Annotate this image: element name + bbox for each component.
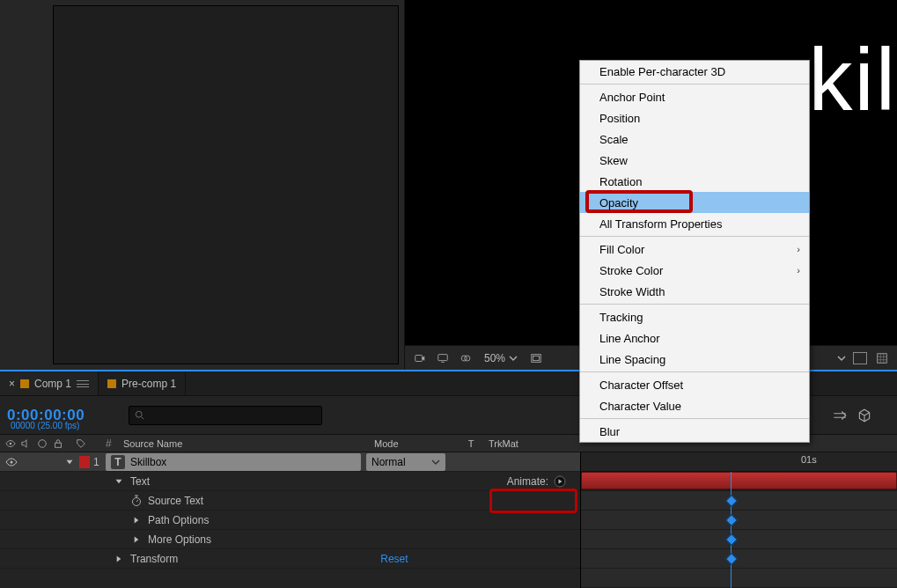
time-ruler[interactable]: 01s — [581, 452, 897, 472]
menu-item-anchor-point[interactable]: Anchor Point — [580, 86, 809, 107]
svg-point-11 — [11, 460, 13, 463]
group-label: Path Options — [148, 514, 209, 526]
menu-item-fill-color[interactable]: Fill Color› — [580, 239, 809, 260]
menu-separator — [580, 371, 809, 372]
blend-mode-dropdown[interactable]: Normal — [366, 453, 445, 471]
composition-text-layer: kil — [809, 35, 897, 123]
speaker-icon[interactable] — [21, 438, 32, 449]
layer-row[interactable]: 1 T Skillbox Normal — [0, 452, 580, 472]
menu-item-skew[interactable]: Skew — [580, 150, 809, 171]
col-t[interactable]: T — [453, 438, 489, 449]
menu-separator — [580, 84, 809, 85]
resolution-icon[interactable] — [528, 351, 544, 365]
menu-item-line-anchor[interactable]: Line Anchor — [580, 327, 809, 349]
monitor-icon[interactable] — [435, 351, 451, 365]
menu-item-scale[interactable]: Scale — [580, 129, 809, 150]
menu-item-position[interactable]: Position — [580, 107, 809, 129]
chevron-down-icon — [509, 354, 518, 363]
play-circle-icon — [554, 475, 566, 488]
menu-item-opacity[interactable]: Opacity — [580, 192, 809, 213]
timeline-search[interactable] — [129, 406, 322, 425]
svg-rect-0 — [415, 355, 423, 361]
reset-link[interactable]: Reset — [380, 553, 408, 565]
svg-rect-5 — [533, 356, 540, 360]
layer-duration-bar[interactable] — [581, 472, 897, 489]
tag-icon[interactable] — [76, 438, 86, 449]
layer-color-chip[interactable] — [79, 456, 90, 468]
menu-item-character-offset[interactable]: Character Offset — [580, 374, 809, 395]
search-icon — [135, 410, 145, 421]
group-transform[interactable]: Transform Reset — [0, 549, 580, 569]
menu-separator — [580, 304, 809, 305]
layer-outline: 1 T Skillbox Normal Text Animate: — [0, 452, 581, 588]
prop-source-text[interactable]: Source Text — [0, 491, 580, 511]
menu-item-blur[interactable]: Blur — [580, 421, 809, 442]
submenu-arrow-icon: › — [797, 244, 800, 254]
menu-item-rotation[interactable]: Rotation — [580, 171, 809, 192]
cube-icon[interactable] — [857, 408, 872, 423]
viewer-text-fragment: kil — [809, 35, 897, 123]
tab-label: Comp 1 — [34, 378, 71, 390]
twirl-closed-icon[interactable] — [113, 553, 125, 565]
close-icon[interactable]: × — [9, 378, 15, 390]
chevron-down-icon — [431, 458, 440, 467]
lock-icon[interactable] — [53, 438, 63, 449]
col-mode[interactable]: Mode — [374, 438, 453, 449]
svg-point-8 — [10, 442, 12, 445]
col-source-name[interactable]: Source Name — [123, 438, 374, 449]
menu-item-tracking[interactable]: Tracking — [580, 306, 809, 327]
menu-item-all-transform-properties[interactable]: All Transform Properties — [580, 213, 809, 234]
eye-icon[interactable] — [5, 438, 16, 449]
ruler-tick: 01s — [801, 454, 817, 465]
timeline-tracks[interactable]: 01s — [581, 452, 897, 588]
svg-point-9 — [39, 439, 47, 447]
group-text[interactable]: Text Animate: — [0, 472, 580, 491]
camera-icon[interactable] — [412, 351, 428, 365]
group-more-options[interactable]: More Options — [0, 530, 580, 549]
col-trkmat[interactable]: TrkMat — [489, 438, 559, 449]
menu-item-stroke-width[interactable]: Stroke Width — [580, 281, 809, 302]
twirl-closed-icon[interactable] — [130, 514, 143, 526]
menu-item-line-spacing[interactable]: Line Spacing — [580, 349, 809, 370]
eye-icon[interactable] — [5, 456, 18, 468]
twirl-open-icon[interactable] — [113, 475, 125, 488]
layer-index: 1 — [93, 456, 106, 468]
comp-color-chip — [20, 379, 29, 388]
shy-icon[interactable] — [832, 408, 848, 423]
animate-button[interactable]: Animate: — [507, 475, 566, 488]
svg-rect-1 — [438, 354, 448, 360]
menu-separator — [580, 418, 809, 419]
search-input[interactable] — [151, 409, 316, 422]
menu-item-character-value[interactable]: Character Value — [580, 395, 809, 416]
group-label: Transform — [130, 553, 178, 565]
animate-label: Animate: — [507, 475, 548, 488]
mask-icon[interactable] — [458, 351, 474, 365]
group-path-options[interactable]: Path Options — [0, 511, 580, 530]
tab-label: Pre-comp 1 — [121, 378, 176, 390]
menu-item-enable-per-character-3d[interactable]: Enable Per-character 3D — [580, 61, 809, 82]
zoom-dropdown[interactable]: 50% — [481, 352, 521, 364]
svg-point-7 — [136, 411, 142, 417]
menu-item-stroke-color[interactable]: Stroke Color› — [580, 260, 809, 281]
menu-separator — [580, 236, 809, 237]
project-panel[interactable] — [0, 0, 405, 370]
col-index[interactable]: # — [106, 437, 123, 450]
tab-precomp-1[interactable]: Pre-comp 1 — [99, 371, 186, 395]
animate-context-menu: Enable Per-character 3DAnchor PointPosit… — [579, 60, 810, 443]
svg-rect-6 — [878, 353, 887, 363]
tab-comp-1[interactable]: × Comp 1 — [0, 371, 99, 395]
chevron-down-icon[interactable] — [837, 354, 846, 363]
twirl-closed-icon[interactable] — [130, 533, 143, 546]
twirl-open-icon[interactable] — [63, 456, 76, 468]
mode-value: Normal — [371, 456, 406, 468]
grid-icon[interactable] — [874, 351, 890, 365]
text-layer-icon: T — [111, 455, 125, 469]
panel-menu-icon[interactable] — [77, 380, 89, 387]
playhead[interactable] — [731, 472, 732, 588]
solo-icon[interactable] — [37, 438, 48, 449]
group-label: Text — [130, 475, 150, 488]
view-options-icon[interactable] — [853, 352, 867, 364]
stopwatch-icon[interactable] — [130, 495, 143, 507]
svg-rect-10 — [55, 443, 62, 447]
timecode-framerate[interactable]: 00000 (25.00 fps) — [11, 421, 79, 430]
